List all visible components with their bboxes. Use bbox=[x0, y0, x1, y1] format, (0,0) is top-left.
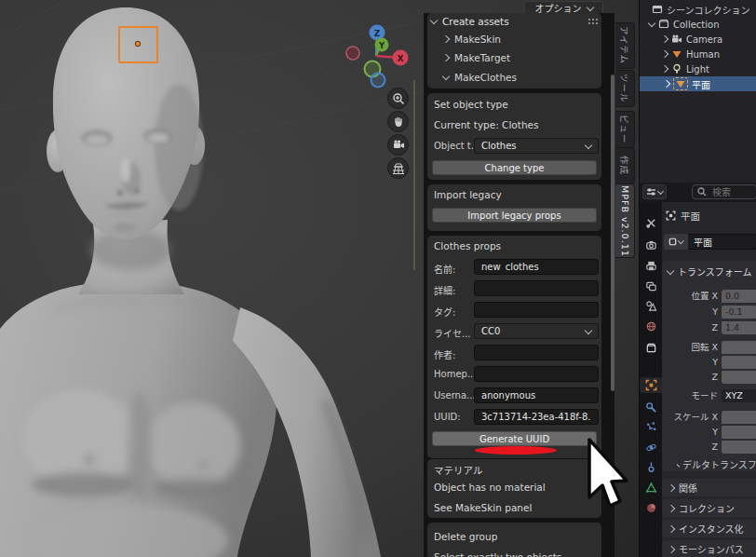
chevron-down-icon bbox=[678, 238, 683, 243]
tab-output[interactable] bbox=[643, 258, 659, 274]
loc-y-field[interactable]: -0.1 bbox=[722, 306, 756, 319]
row-label: シーンコレクション bbox=[667, 3, 750, 17]
panel-instancing[interactable]: インスタンス化 bbox=[662, 520, 756, 537]
outliner: シーンコレクション Collection Camera bbox=[639, 0, 756, 183]
outliner-row-human[interactable]: Human bbox=[640, 47, 756, 61]
import-legacy-props-button[interactable]: Import legacy props bbox=[432, 208, 597, 223]
tab-item[interactable]: アイテム bbox=[615, 22, 635, 69]
tab-view-layer[interactable] bbox=[643, 278, 659, 294]
tab-modifiers[interactable] bbox=[643, 400, 659, 415]
outliner-row-camera[interactable]: Camera bbox=[640, 32, 756, 47]
camera-view-button[interactable] bbox=[387, 134, 409, 156]
camera-object-icon bbox=[671, 34, 682, 45]
scene-icon bbox=[645, 300, 657, 312]
rot-y-field[interactable] bbox=[722, 356, 756, 369]
search-box[interactable] bbox=[692, 184, 756, 199]
tab-world[interactable] bbox=[643, 319, 659, 334]
ortho-grid-button[interactable] bbox=[387, 157, 409, 179]
tab-particles[interactable] bbox=[643, 419, 659, 435]
pan-button[interactable] bbox=[387, 111, 409, 132]
panel-scrollbar[interactable] bbox=[611, 75, 614, 391]
name-field[interactable] bbox=[474, 259, 599, 275]
tab-render[interactable] bbox=[643, 238, 659, 253]
search-input[interactable] bbox=[710, 186, 753, 198]
outliner-row-light[interactable]: Light bbox=[640, 61, 756, 76]
zoom-button[interactable] bbox=[387, 88, 409, 109]
makeclothes-subpanel[interactable]: MakeClothes bbox=[443, 72, 517, 83]
panel-relations[interactable]: 関係 bbox=[662, 479, 756, 496]
outliner-row-collection[interactable]: Collection bbox=[640, 17, 756, 32]
tab-collection[interactable] bbox=[643, 340, 659, 356]
tag-label: タグ: bbox=[434, 305, 455, 319]
editor-type-button[interactable] bbox=[642, 184, 667, 199]
makeskin-subpanel[interactable]: MakeSkin bbox=[443, 34, 501, 45]
loc-z-field[interactable]: 1.4 bbox=[722, 321, 756, 334]
tag-field[interactable] bbox=[474, 302, 599, 318]
generate-uuid-button[interactable]: Generate UUID bbox=[432, 431, 597, 446]
rot-x-field[interactable] bbox=[722, 341, 756, 354]
outliner-row-plane-selected[interactable]: 平面 bbox=[640, 76, 756, 91]
panel-motion-paths[interactable]: モーションパス bbox=[662, 540, 756, 557]
properties-content: 平面 トランスフォーム 位置 X 0.0 Y -0.1 Z bbox=[662, 202, 756, 557]
maketarget-subpanel[interactable]: MakeTarget bbox=[443, 52, 510, 63]
tab-create[interactable]: 作成 bbox=[615, 147, 635, 184]
tab-object-data[interactable] bbox=[643, 480, 659, 496]
camera-icon bbox=[392, 139, 405, 152]
clothes-props-box: Clothes props 名前: 詳細: タグ: ライセ... CC0 作者:… bbox=[427, 236, 601, 458]
object-id-chip[interactable] bbox=[664, 234, 688, 250]
delta-transform-subpanel[interactable]: デルタトランスフォーム bbox=[677, 457, 756, 471]
panel-drag-dots-icon[interactable] bbox=[587, 18, 600, 25]
collection-icon bbox=[658, 19, 669, 30]
mouse-cursor bbox=[582, 436, 640, 515]
tab-tool[interactable] bbox=[643, 215, 659, 231]
create-assets-header[interactable]: Create assets bbox=[431, 16, 509, 27]
object-data-icon bbox=[645, 482, 657, 494]
uuid-field[interactable] bbox=[474, 409, 599, 425]
tab-view[interactable]: ビュー bbox=[615, 111, 635, 148]
tab-material[interactable] bbox=[643, 500, 659, 516]
rot-z-field[interactable] bbox=[722, 371, 756, 384]
view-navigation-gizmo[interactable]: Z Y X bbox=[331, 23, 424, 93]
chevron-right-icon bbox=[661, 50, 668, 58]
breadcrumb[interactable]: 平面 bbox=[666, 209, 700, 223]
description-field[interactable] bbox=[474, 280, 599, 296]
username-field[interactable] bbox=[474, 387, 599, 403]
scale-z-label: Z bbox=[662, 441, 718, 454]
light-object-icon bbox=[671, 63, 682, 75]
chevron-right-icon bbox=[668, 545, 675, 552]
tab-constraints[interactable] bbox=[643, 459, 659, 475]
properties-editor: 平面 トランスフォーム 位置 X 0.0 Y -0.1 Z bbox=[639, 183, 756, 557]
tab-object-active[interactable] bbox=[640, 377, 662, 393]
author-field[interactable] bbox=[474, 345, 599, 360]
tab-scene[interactable] bbox=[643, 298, 659, 314]
tab-tool[interactable]: ツール bbox=[615, 70, 635, 107]
search-icon bbox=[697, 187, 707, 197]
tab-physics[interactable] bbox=[643, 440, 659, 455]
rotation-mode-label: モード bbox=[662, 389, 718, 402]
scale-x-field[interactable] bbox=[722, 411, 756, 424]
homepage-field[interactable] bbox=[474, 366, 599, 382]
scale-y-field[interactable] bbox=[722, 426, 756, 439]
object-name-field[interactable] bbox=[688, 234, 756, 250]
tab-label: 作成 bbox=[618, 156, 631, 175]
license-select[interactable]: CC0 bbox=[474, 323, 599, 339]
object-type-select[interactable]: Clothes bbox=[474, 138, 599, 154]
set-object-type-box: Set object type Current type: Clothes Ob… bbox=[427, 93, 601, 180]
rot-z-label: Z bbox=[662, 371, 718, 384]
object-icon bbox=[668, 238, 677, 246]
blender-window: Z Y X bbox=[0, 0, 756, 557]
delete-group-line1: Select exactly two objects bbox=[434, 551, 561, 557]
constraints-icon bbox=[645, 461, 657, 473]
panel-collections[interactable]: コレクション bbox=[662, 499, 756, 517]
loc-x-field[interactable]: 0.0 bbox=[722, 290, 756, 303]
tab-mpfb[interactable]: MPFB v2.0.11 bbox=[615, 183, 635, 258]
modifiers-wrench-icon bbox=[645, 401, 657, 414]
outliner-row-scene-collection[interactable]: シーンコレクション bbox=[640, 2, 756, 17]
grid-icon bbox=[392, 162, 405, 175]
view-layer-icon bbox=[645, 280, 657, 292]
scale-z-field[interactable] bbox=[722, 441, 756, 454]
loc-x-label: 位置 X bbox=[662, 290, 718, 303]
transform-header[interactable]: トランスフォーム bbox=[668, 265, 752, 278]
rotation-mode-select[interactable]: XYZ bbox=[722, 389, 756, 402]
change-type-button[interactable]: Change type bbox=[432, 160, 597, 175]
